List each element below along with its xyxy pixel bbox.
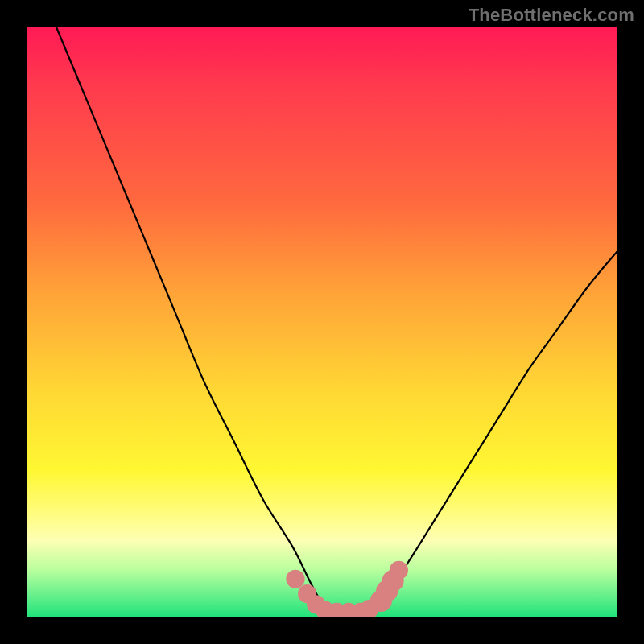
- curve-svg: [27, 27, 617, 617]
- watermark-text: TheBottleneck.com: [469, 5, 634, 26]
- bottleneck-curve: [56, 27, 617, 613]
- curve-marker: [390, 561, 408, 580]
- curve-marker: [286, 570, 304, 588]
- plot-area: [27, 27, 617, 617]
- chart-container: TheBottleneck.com: [0, 0, 644, 644]
